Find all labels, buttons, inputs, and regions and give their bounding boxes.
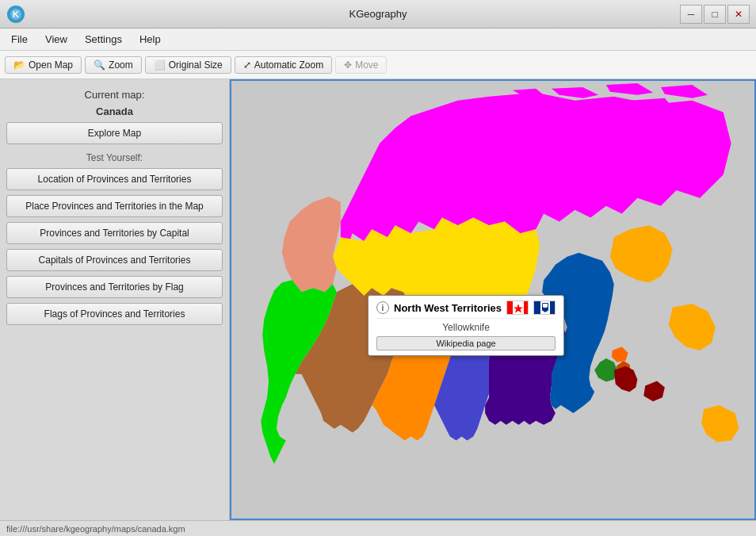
nwt-flag-mini — [533, 301, 556, 315]
quiz-by-flag-button[interactable]: Provinces and Territories by Flag — [6, 276, 223, 298]
menu-view[interactable]: View — [37, 31, 75, 48]
current-map-label: Current map: — [6, 89, 223, 101]
app-icon: K — [6, 5, 25, 24]
menu-help[interactable]: Help — [132, 31, 169, 48]
title-bar: K KGeography ─ □ ✕ — [0, 0, 756, 29]
main-content: Current map: Canada Explore Map Test You… — [0, 79, 756, 520]
quiz-capitals-button[interactable]: Capitals of Provinces and Territories — [6, 249, 223, 271]
zoom-button[interactable]: 🔍 Zoom — [85, 56, 142, 74]
zoom-icon: 🔍 — [94, 59, 105, 71]
wikipedia-button[interactable]: Wikipedia page — [376, 336, 556, 350]
explore-map-button[interactable]: Explore Map — [6, 122, 223, 144]
svg-rect-4 — [507, 301, 513, 315]
folder-icon: 📂 — [13, 59, 25, 71]
open-map-button[interactable]: 📂 Open Map — [5, 56, 82, 74]
move-button[interactable]: ✥ Move — [335, 56, 387, 74]
menu-bar: File View Settings Help — [0, 29, 756, 51]
quiz-flags-button[interactable]: Flags of Provinces and Territories — [6, 303, 223, 325]
svg-rect-6 — [524, 301, 529, 315]
sidebar: Current map: Canada Explore Map Test You… — [0, 79, 230, 520]
map-name: Canada — [6, 105, 223, 117]
popup-territory-name: North West Territories — [394, 302, 502, 314]
automatic-zoom-button[interactable]: ⤢ Automatic Zoom — [235, 56, 332, 74]
quiz-location-button[interactable]: Location of Provinces and Territories — [6, 168, 223, 190]
auto-zoom-icon: ⤢ — [243, 59, 251, 71]
info-icon: i — [376, 301, 389, 314]
toolbar: 📂 Open Map 🔍 Zoom ⬜ Original Size ⤢ Auto… — [0, 51, 756, 79]
popup-header: i North West Territories — [376, 301, 556, 319]
close-button[interactable]: ✕ — [727, 5, 750, 24]
window-controls: ─ □ ✕ — [680, 5, 750, 24]
map-area[interactable]: i North West Territories — [230, 79, 756, 520]
status-bar: file:///usr/share/kgeography/maps/canada… — [0, 520, 756, 536]
quiz-by-capital-button[interactable]: Provinces and Territories by Capital — [6, 222, 223, 244]
maximize-button[interactable]: □ — [704, 5, 726, 24]
quiz-place-button[interactable]: Place Provinces and Territories in the M… — [6, 195, 223, 217]
menu-settings[interactable]: Settings — [77, 31, 130, 48]
app-title: KGeography — [349, 8, 407, 20]
territory-popup: i North West Territories — [368, 295, 564, 356]
title-bar-left: K — [6, 5, 25, 24]
svg-rect-11 — [543, 304, 548, 308]
minimize-button[interactable]: ─ — [680, 5, 702, 24]
status-text: file:///usr/share/kgeography/maps/canada… — [6, 524, 185, 534]
svg-text:K: K — [13, 10, 19, 19]
canada-flag-mini — [506, 301, 529, 315]
original-size-button[interactable]: ⬜ Original Size — [145, 56, 231, 74]
move-icon: ✥ — [344, 59, 352, 71]
original-size-icon: ⬜ — [154, 59, 166, 71]
menu-file[interactable]: File — [3, 31, 36, 48]
test-yourself-label: Test Yourself: — [6, 152, 223, 163]
popup-capital: Yellowknife — [376, 322, 556, 333]
